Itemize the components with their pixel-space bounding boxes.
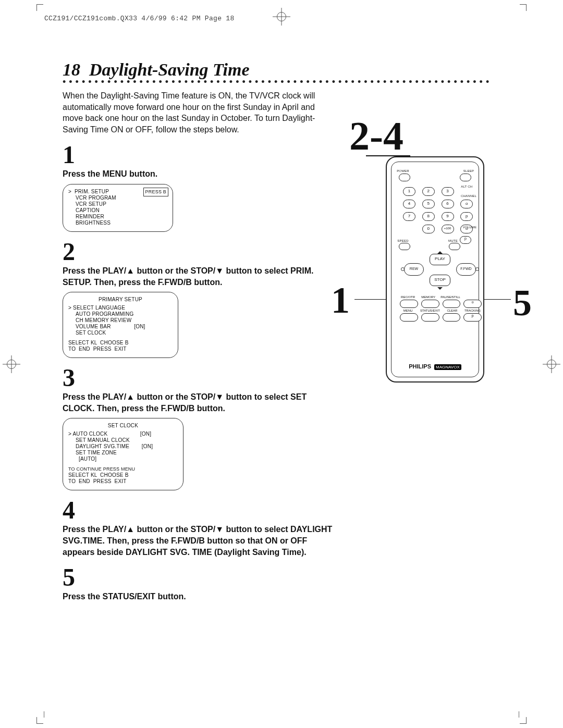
step-number-4: 4 [63,498,344,523]
dotted-rule: ••••••••••••••••••••••••••••••••••••••••… [63,80,490,88]
key-9[interactable]: 9 [442,212,454,221]
dot-icon [475,267,479,271]
osd-title: SET CLOCK [68,423,178,429]
callout-2-4: 2-4 [349,116,403,156]
key-2[interactable]: 2 [422,187,435,196]
osd-footer: SELECT KL CHOOSE B [68,472,129,478]
page-number: 18 [63,60,80,79]
mute-button[interactable] [449,243,460,250]
key-4[interactable]: 4 [403,200,415,208]
crop-mark [36,717,43,724]
step-text-2: Press the PLAY/▲ button or the STOP/▼ bu… [63,265,334,288]
step-text-3: Press the PLAY/▲ button or the STOP/▼ bu… [63,391,334,414]
key-8[interactable]: 8 [422,212,435,221]
key-0[interactable]: 0 [422,225,435,233]
stop-button[interactable]: STOP [430,275,450,286]
crop-mark [36,4,43,11]
osd-item: VCR SETUP [68,201,167,207]
key-ch-dn[interactable]: p [460,212,473,221]
brand-name: PHILIPS [409,363,431,369]
pause-still-button[interactable] [443,300,461,308]
key-ch-up[interactable]: o [460,200,473,208]
step-text-5: Press the STATUS/EXIT button. [63,591,334,602]
key-plus100[interactable]: +100 [442,225,454,233]
row2-buttons: p [400,313,481,325]
content-column: 18 Daylight-Saving Time ••••••••••••••••… [63,60,344,602]
osd-footer: TO END PRESS EXIT [68,346,127,352]
callout-5: 5 [513,284,532,322]
status-exit-button[interactable] [421,313,439,322]
label-power: POWER [393,169,413,172]
osd-item: BRIGHTNESS [68,220,167,226]
crop-ticks [0,717,563,718]
rew-button[interactable]: REW [404,263,424,276]
intro-paragraph: When the Daylight-Saving Time feature is… [63,90,334,135]
osd-item: AUTO PROGRAMMING [68,311,173,317]
label-sleep: SLEEP [458,169,479,172]
brand-label: PHILIPS MAGNAVOX [391,363,479,369]
key-7[interactable]: 7 [403,212,415,221]
remote-inner: POWER SLEEP 1 2 3 ALT CH 4 5 6 o 7 8 9 [391,162,479,377]
crop-mark [520,4,527,11]
transport-cluster: PLAY REW F.FWD STOP [401,251,479,292]
step-text-4: Press the PLAY/▲ button or the STOP/▼ bu… [63,524,334,558]
imprint-line: CCZ191/CCZ191comb.QX33 4/6/99 6:42 PM Pa… [44,15,235,22]
key-1[interactable]: 1 [403,187,415,196]
osd-item: AUTO CLOCK [ON] [72,431,151,437]
tracking-dn-button[interactable]: p [463,313,482,322]
label-volume: VOLUME [459,226,480,229]
page-heading: Daylight-Saving Time [89,60,250,79]
brand-tag: MAGNAVOX [434,364,461,370]
osd-item: SELECT LANGUAGE [73,305,125,311]
osd-item: [AUTO] [68,456,178,462]
label-alt-ch: ALT CH [456,185,477,188]
label-channel: CHANNEL [458,194,479,198]
clear-button[interactable] [443,313,461,322]
osd-item: VOLUME BAR [ON] [68,324,173,330]
play-button[interactable]: PLAY [430,254,450,265]
osd-item: DAYLIGHT SVG.TIME [ON] [68,443,178,450]
osd-item: SET TIME ZONE [68,450,178,456]
speed-button[interactable] [399,243,410,250]
step-text-1: Press the MENU button. [63,168,334,180]
memory-button[interactable] [421,300,439,308]
osd-item: REMINDER [68,214,167,220]
step-number-5: 5 [63,565,344,590]
step-number-1: 1 [63,142,344,167]
osd-press-hint: PRESS B [143,188,168,196]
osd-footer: SELECT KL CHOOSE B [68,340,129,346]
osd-item: SET CLOCK [68,330,173,336]
menu-button[interactable] [400,313,418,322]
key-6[interactable]: 6 [442,200,454,208]
manual-page: CCZ191/CCZ191comb.QX33 4/6/99 6:42 PM Pa… [0,0,563,728]
crop-mark [520,717,527,724]
label-speed: SPEED [393,239,413,242]
page-title: 18 Daylight-Saving Time [63,60,344,81]
register-mark [3,355,20,373]
osd-main-menu: PRESS B > PRIM. SETUP VCR PROGRAM VCR SE… [63,184,173,232]
vol-dn-button[interactable]: p [460,236,471,244]
step-number-3: 3 [63,365,344,390]
osd-item: SET MANUAL CLOCK [68,437,178,443]
remote-control: POWER SLEEP 1 2 3 ALT CH 4 5 6 o 7 8 9 [386,156,484,382]
register-mark [543,355,560,373]
osd-primary-setup: PRIMARY SETUP > SELECT LANGUAGE AUTO PRO… [63,292,178,358]
osd-item: CAPTION [68,207,167,214]
tracking-up-button[interactable]: o [463,300,482,308]
step-number-2: 2 [63,239,344,264]
osd-title: PRIMARY SETUP [68,297,173,303]
osd-footer: TO END PRESS EXIT [68,478,127,484]
arrow-down-icon [437,287,443,290]
osd-item: PRIM. SETUP [75,189,109,194]
register-mark [273,8,290,26]
rec-otr-button[interactable] [400,300,418,308]
key-5[interactable]: 5 [422,200,435,208]
power-button[interactable] [399,174,410,181]
key-3[interactable]: 3 [442,187,454,196]
osd-set-clock: SET CLOCK > AUTO CLOCK [ON] SET MANUAL C… [63,418,183,490]
osd-item: CH MEMORY REVIEW [68,317,173,324]
callout-1: 1 [331,281,350,319]
remote-figure: 2-4 1 5 POWER SLEEP 1 2 3 ALT CH [344,125,516,448]
sleep-button[interactable] [460,174,471,181]
ffwd-button[interactable]: F.FWD [456,263,476,276]
